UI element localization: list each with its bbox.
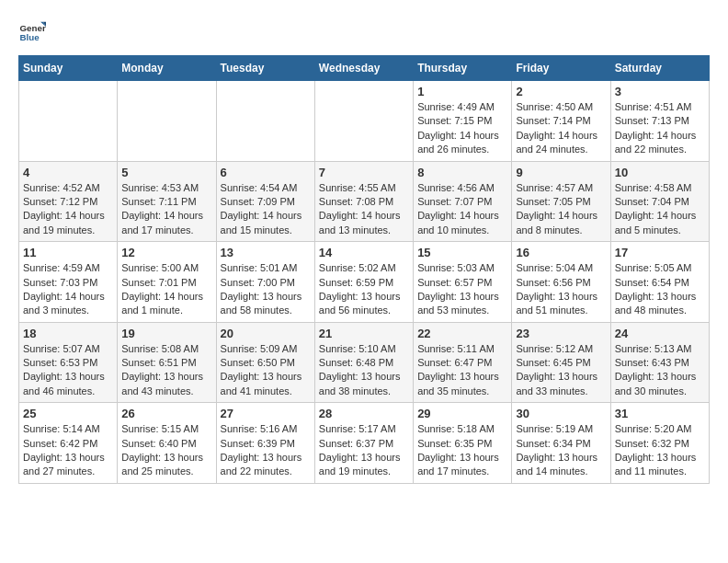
weekday-header-tuesday: Tuesday [216, 56, 314, 81]
calendar-cell: 6Sunrise: 4:54 AM Sunset: 7:09 PM Daylig… [216, 161, 314, 242]
calendar-cell: 21Sunrise: 5:10 AM Sunset: 6:48 PM Dayli… [314, 322, 413, 403]
day-number: 17 [615, 246, 705, 259]
day-info: Sunrise: 5:04 AM Sunset: 6:56 PM Dayligh… [516, 261, 606, 318]
calendar-cell: 13Sunrise: 5:01 AM Sunset: 7:00 PM Dayli… [216, 242, 314, 323]
day-info: Sunrise: 5:12 AM Sunset: 6:45 PM Dayligh… [516, 342, 606, 399]
weekday-header-row: SundayMondayTuesdayWednesdayThursdayFrid… [19, 56, 710, 81]
day-info: Sunrise: 5:09 AM Sunset: 6:50 PM Dayligh… [221, 342, 311, 399]
day-number: 18 [23, 327, 113, 340]
day-number: 31 [615, 407, 705, 420]
svg-text:Blue: Blue [20, 32, 40, 42]
day-number: 30 [516, 407, 606, 420]
page-header: General Blue [18, 18, 710, 46]
calendar-cell: 5Sunrise: 4:53 AM Sunset: 7:11 PM Daylig… [118, 161, 216, 242]
calendar-cell: 12Sunrise: 5:00 AM Sunset: 7:01 PM Dayli… [118, 242, 216, 323]
day-number: 29 [417, 407, 507, 420]
day-number: 21 [319, 327, 409, 340]
calendar-cell: 27Sunrise: 5:16 AM Sunset: 6:39 PM Dayli… [216, 403, 314, 484]
calendar-cell: 19Sunrise: 5:08 AM Sunset: 6:51 PM Dayli… [118, 322, 216, 403]
day-number: 6 [221, 166, 311, 179]
logo-icon: General Blue [18, 18, 46, 46]
calendar-cell: 25Sunrise: 5:14 AM Sunset: 6:42 PM Dayli… [19, 403, 118, 484]
day-info: Sunrise: 5:18 AM Sunset: 6:35 PM Dayligh… [417, 422, 507, 479]
calendar-cell: 11Sunrise: 4:59 AM Sunset: 7:03 PM Dayli… [19, 242, 118, 323]
weekday-header-sunday: Sunday [19, 56, 118, 81]
day-number: 27 [221, 407, 311, 420]
day-number: 26 [121, 407, 211, 420]
day-info: Sunrise: 5:15 AM Sunset: 6:40 PM Dayligh… [121, 422, 211, 479]
day-info: Sunrise: 4:49 AM Sunset: 7:15 PM Dayligh… [417, 100, 507, 157]
day-number: 24 [615, 327, 705, 340]
day-info: Sunrise: 5:19 AM Sunset: 6:34 PM Dayligh… [516, 422, 606, 479]
weekday-header-monday: Monday [118, 56, 216, 81]
day-number: 12 [121, 246, 211, 259]
calendar-cell: 2Sunrise: 4:50 AM Sunset: 7:14 PM Daylig… [512, 81, 610, 162]
calendar-week-row: 18Sunrise: 5:07 AM Sunset: 6:53 PM Dayli… [19, 322, 710, 403]
day-info: Sunrise: 5:02 AM Sunset: 6:59 PM Dayligh… [319, 261, 409, 318]
calendar-cell: 28Sunrise: 5:17 AM Sunset: 6:37 PM Dayli… [314, 403, 413, 484]
calendar-week-row: 4Sunrise: 4:52 AM Sunset: 7:12 PM Daylig… [19, 161, 710, 242]
calendar-cell: 3Sunrise: 4:51 AM Sunset: 7:13 PM Daylig… [610, 81, 709, 162]
day-number: 20 [221, 327, 311, 340]
weekday-header-wednesday: Wednesday [314, 56, 413, 81]
day-info: Sunrise: 5:14 AM Sunset: 6:42 PM Dayligh… [23, 422, 113, 479]
calendar-cell: 7Sunrise: 4:55 AM Sunset: 7:08 PM Daylig… [314, 161, 413, 242]
calendar-cell: 30Sunrise: 5:19 AM Sunset: 6:34 PM Dayli… [512, 403, 610, 484]
calendar-table: SundayMondayTuesdayWednesdayThursdayFrid… [18, 55, 710, 484]
day-info: Sunrise: 5:11 AM Sunset: 6:47 PM Dayligh… [417, 342, 507, 399]
day-number: 9 [516, 166, 606, 179]
calendar-cell [19, 81, 118, 162]
day-number: 2 [516, 85, 606, 98]
calendar-cell: 29Sunrise: 5:18 AM Sunset: 6:35 PM Dayli… [414, 403, 512, 484]
day-number: 8 [417, 166, 507, 179]
day-info: Sunrise: 5:01 AM Sunset: 7:00 PM Dayligh… [221, 261, 311, 318]
weekday-header-saturday: Saturday [610, 56, 709, 81]
day-info: Sunrise: 4:59 AM Sunset: 7:03 PM Dayligh… [23, 261, 113, 318]
calendar-week-row: 25Sunrise: 5:14 AM Sunset: 6:42 PM Dayli… [19, 403, 710, 484]
calendar-cell: 8Sunrise: 4:56 AM Sunset: 7:07 PM Daylig… [414, 161, 512, 242]
day-number: 1 [417, 85, 507, 98]
calendar-cell: 14Sunrise: 5:02 AM Sunset: 6:59 PM Dayli… [314, 242, 413, 323]
day-number: 7 [319, 166, 409, 179]
svg-text:General: General [20, 23, 47, 33]
day-info: Sunrise: 5:05 AM Sunset: 6:54 PM Dayligh… [615, 261, 705, 318]
day-number: 15 [417, 246, 507, 259]
calendar-cell: 31Sunrise: 5:20 AM Sunset: 6:32 PM Dayli… [610, 403, 709, 484]
calendar-cell [314, 81, 413, 162]
day-info: Sunrise: 5:07 AM Sunset: 6:53 PM Dayligh… [23, 342, 113, 399]
day-number: 4 [23, 166, 113, 179]
day-info: Sunrise: 5:00 AM Sunset: 7:01 PM Dayligh… [121, 261, 211, 318]
calendar-cell [118, 81, 216, 162]
calendar-week-row: 11Sunrise: 4:59 AM Sunset: 7:03 PM Dayli… [19, 242, 710, 323]
calendar-cell: 15Sunrise: 5:03 AM Sunset: 6:57 PM Dayli… [414, 242, 512, 323]
logo: General Blue [18, 18, 46, 46]
day-info: Sunrise: 4:57 AM Sunset: 7:05 PM Dayligh… [516, 181, 606, 238]
weekday-header-thursday: Thursday [414, 56, 512, 81]
calendar-week-row: 1Sunrise: 4:49 AM Sunset: 7:15 PM Daylig… [19, 81, 710, 162]
calendar-cell: 16Sunrise: 5:04 AM Sunset: 6:56 PM Dayli… [512, 242, 610, 323]
day-number: 28 [319, 407, 409, 420]
day-number: 14 [319, 246, 409, 259]
day-number: 22 [417, 327, 507, 340]
day-info: Sunrise: 4:54 AM Sunset: 7:09 PM Dayligh… [221, 181, 311, 238]
day-info: Sunrise: 4:50 AM Sunset: 7:14 PM Dayligh… [516, 100, 606, 157]
day-info: Sunrise: 4:53 AM Sunset: 7:11 PM Dayligh… [121, 181, 211, 238]
day-number: 19 [121, 327, 211, 340]
day-info: Sunrise: 5:13 AM Sunset: 6:43 PM Dayligh… [615, 342, 705, 399]
day-info: Sunrise: 4:51 AM Sunset: 7:13 PM Dayligh… [615, 100, 705, 157]
day-number: 16 [516, 246, 606, 259]
calendar-cell: 9Sunrise: 4:57 AM Sunset: 7:05 PM Daylig… [512, 161, 610, 242]
calendar-cell: 18Sunrise: 5:07 AM Sunset: 6:53 PM Dayli… [19, 322, 118, 403]
calendar-cell: 17Sunrise: 5:05 AM Sunset: 6:54 PM Dayli… [610, 242, 709, 323]
day-number: 25 [23, 407, 113, 420]
calendar-cell: 22Sunrise: 5:11 AM Sunset: 6:47 PM Dayli… [414, 322, 512, 403]
day-number: 5 [121, 166, 211, 179]
day-info: Sunrise: 4:56 AM Sunset: 7:07 PM Dayligh… [417, 181, 507, 238]
day-number: 3 [615, 85, 705, 98]
calendar-cell: 1Sunrise: 4:49 AM Sunset: 7:15 PM Daylig… [414, 81, 512, 162]
day-number: 23 [516, 327, 606, 340]
calendar-cell: 10Sunrise: 4:58 AM Sunset: 7:04 PM Dayli… [610, 161, 709, 242]
day-info: Sunrise: 5:10 AM Sunset: 6:48 PM Dayligh… [319, 342, 409, 399]
calendar-cell [216, 81, 314, 162]
calendar-cell: 20Sunrise: 5:09 AM Sunset: 6:50 PM Dayli… [216, 322, 314, 403]
